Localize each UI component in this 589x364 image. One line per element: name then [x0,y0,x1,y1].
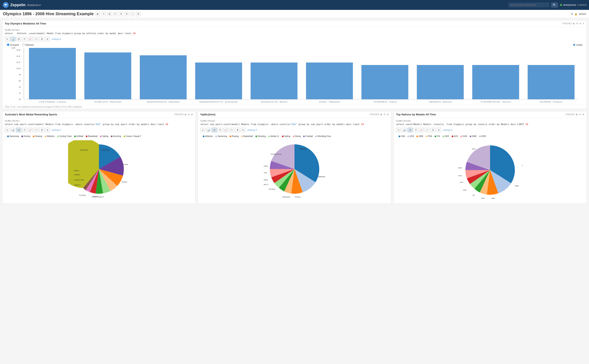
aus-athletics-label: Athletics [74,184,80,186]
panel2-expand-icon[interactable]: ⊞ [191,113,193,116]
search-button[interactable]: 🔍 [551,2,558,8]
notebook-title-bar: Olympics 1896 - 2008 Hive Streaming Exam… [0,10,589,18]
panel2-title: Australia's Most Medal Rewarding Sports [5,113,57,116]
panel1-title: Top Olympics Medalists All Time [5,22,46,25]
settings-link[interactable]: settings ▾ [52,38,61,40]
stacked-radio[interactable]: Stacked [22,43,34,46]
p3-line-btn[interactable]: 📈 [223,128,228,132]
copy-button[interactable]: □ [130,12,135,16]
p3-download-btn[interactable]: ⬇ [235,128,240,132]
bar-1[interactable] [29,48,76,99]
bar-10[interactable] [528,65,575,99]
p4-scatter-btn[interactable]: ⠿ [413,128,418,132]
bar-5[interactable] [251,63,298,99]
p3-more-btn[interactable]: ▾ [241,128,246,132]
p4-pie-btn[interactable]: ◔ [408,128,413,132]
p2-area-btn[interactable]: 〜 [33,128,39,132]
p2-download-btn[interactable]: ⬇ [39,128,44,132]
panel4-run-icon[interactable]: ▶ [576,113,578,116]
bar-9[interactable] [472,65,519,99]
p4-line-btn[interactable]: 📈 [419,128,424,132]
svg-text:6: 6 [19,80,21,82]
p2-table-btn[interactable]: ≡ [5,128,10,132]
p3-area-btn[interactable]: 〜 [229,128,234,132]
bar-chart-btn[interactable]: 📊 [11,37,15,41]
p3-bar-btn[interactable]: 📊 [206,128,211,132]
panel1-run-icon[interactable]: ▶ [573,22,575,25]
panel3-settings-icon[interactable]: ⚙ [383,113,386,116]
legend-label-gbr: GBR [419,135,423,137]
pie-chart-btn[interactable]: ◔ [16,37,21,41]
p2-line-btn[interactable]: 📈 [28,128,33,132]
p4-settings-link[interactable]: settings ▾ [443,129,453,131]
panel1-settings-icon[interactable]: ⚙ [576,22,578,25]
panel2-run-icon[interactable]: ▶ [185,113,187,116]
notebook-menu[interactable]: Notebook ▾ [27,4,41,6]
nations-aus-label: AUS [460,181,463,183]
panel4-settings-icon[interactable]: ⚙ [579,113,581,116]
panel1-close-icon[interactable]: ✕ [583,22,584,25]
p3-pie-btn[interactable]: ◔ [212,128,217,132]
more-btn[interactable]: ▾ [45,37,50,41]
p4-bar-btn[interactable]: 📊 [402,128,407,132]
panel1-expand-icon[interactable]: ⊞ [579,22,581,25]
run-all-button[interactable]: ▶ [96,12,100,16]
panel2-settings-icon[interactable]: ⚙ [188,113,190,116]
legend-aus: AUS [452,135,458,137]
p3-settings-link[interactable]: settings ▾ [247,129,257,131]
logo-text: Zeppelin [10,3,26,7]
nb-icon-lock[interactable]: 🔒 [574,13,577,15]
usa-sailing-label: Sailing [264,179,268,181]
grouped-radio-input[interactable] [7,43,9,46]
edit-button[interactable]: ✏ [113,12,117,16]
bar-3[interactable] [140,55,187,99]
p2-bar-btn[interactable]: 📊 [11,128,15,132]
code-limit4: 10 [525,123,528,126]
p4-table-btn[interactable]: ≡ [396,128,401,132]
download-btn[interactable]: ⬇ [39,37,44,41]
main-content: Top Olympics Medalists All Time FINISHED… [0,18,589,208]
p4-download-btn[interactable]: ⬇ [431,128,436,132]
aus-cycling-label: Cycling Track [74,179,84,181]
legend-dot-rowing [230,136,231,137]
panel1-status: FINISHED [562,22,572,25]
label: Canoe / Kayak F [126,135,141,137]
bar-8[interactable] [417,65,464,99]
bar-4[interactable] [195,63,242,99]
panel4-expand-icon[interactable]: ⊞ [583,113,584,116]
p2-settings-link[interactable]: settings ▾ [52,129,61,131]
panel4-header: Top Nations by Medals All Time FINISHED … [394,111,587,118]
panel3-expand-icon[interactable]: ⊞ [387,113,389,116]
p3-scatter-btn[interactable]: ⠿ [218,128,222,132]
p2-more-btn[interactable]: ▾ [45,128,50,132]
legend-label-urs: URS [410,135,414,137]
line-chart-btn[interactable]: 📈 [28,37,33,41]
bar-7[interactable] [361,65,408,99]
area-chart-btn[interactable]: 〜 [33,37,39,41]
grouped-radio[interactable]: Grouped [7,43,19,46]
label: Swimming [9,135,19,137]
svg-text:0: 0 [19,98,21,100]
p4-area-btn[interactable]: 〜 [425,128,430,132]
scatter-btn[interactable]: ⠿ [22,37,27,41]
layout-button[interactable]: ⊞ [107,12,112,16]
download-button[interactable]: ⬇ [124,12,129,16]
bar-2[interactable] [84,52,131,99]
table-view-btn[interactable]: ≡ [5,37,10,41]
export-button[interactable]: ⬇ [119,12,123,16]
bar-6[interactable] [306,63,353,99]
clear-button[interactable]: ✕ [101,12,106,16]
settings-button[interactable]: ⚙ [136,12,141,16]
p2-pie-btn[interactable]: ◔ [16,128,21,132]
p2-scatter-btn[interactable]: ⠿ [22,128,27,132]
nb-icon-settings[interactable]: ⚙ [571,13,573,15]
panel2-status-area: FINISHED ▶ ⚙ ⊞ [174,113,193,116]
search-input[interactable] [508,2,550,7]
panel3-code-prefix: %jdbc(hive) [200,119,388,122]
stacked-radio-input[interactable] [22,43,25,46]
panel3-run-icon[interactable]: ▶ [381,113,382,116]
p3-table-btn[interactable]: ≡ [200,128,205,132]
panel4-toolbar: ≡ 📊 ◔ ⠿ 📈 〜 ⬇ ▾ settings ▾ [396,127,584,133]
p4-more-btn[interactable]: ▾ [436,128,441,132]
code-limit: 10 [133,32,136,35]
